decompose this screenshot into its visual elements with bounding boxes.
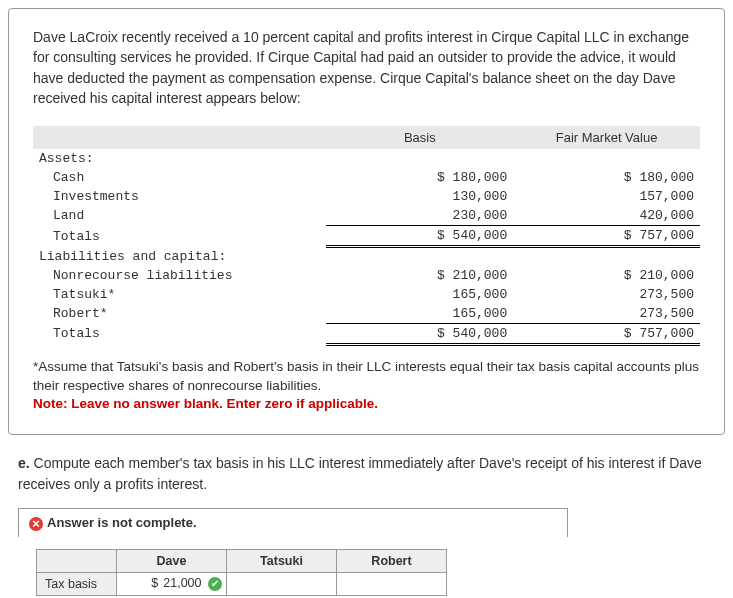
- col-robert: Robert: [337, 549, 447, 572]
- bs-row: Investments130,000157,000: [33, 187, 700, 206]
- instruction-note: Note: Leave no answer blank. Enter zero …: [33, 396, 378, 411]
- problem-text: Dave LaCroix recently received a 10 perc…: [33, 27, 700, 108]
- bs-row: Nonrecourse liabilities$ 210,000$ 210,00…: [33, 266, 700, 285]
- bs-row: Liabilities and capital:: [33, 247, 700, 266]
- cross-icon: ×: [29, 517, 43, 531]
- col-fmv: Fair Market Value: [513, 126, 700, 149]
- bs-row: Tatsuki*165,000273,500: [33, 285, 700, 304]
- table-row: Tax basis $21,000 ✔: [37, 572, 447, 595]
- answer-table: Dave Tatsuki Robert Tax basis $21,000 ✔: [36, 549, 447, 596]
- footnote: *Assume that Tatsuki's basis and Robert'…: [33, 358, 700, 415]
- problem-card: Dave LaCroix recently received a 10 perc…: [8, 8, 725, 435]
- bs-row: Cash$ 180,000$ 180,000: [33, 168, 700, 187]
- col-tatsuki: Tatsuki: [227, 549, 337, 572]
- input-tatsuki[interactable]: [227, 572, 337, 595]
- check-icon: ✔: [208, 577, 222, 591]
- bs-header-row: Basis Fair Market Value: [33, 126, 700, 149]
- bs-row-total: Totals$ 540,000$ 757,000: [33, 323, 700, 344]
- col-basis: Basis: [326, 126, 513, 149]
- bs-row: Robert*165,000273,500: [33, 304, 700, 324]
- question-e: e. Compute each member's tax basis in hi…: [18, 453, 715, 494]
- col-empty: [37, 549, 117, 572]
- bs-row: Land230,000420,000: [33, 206, 700, 226]
- balance-sheet: Basis Fair Market Value Assets: Cash$ 18…: [33, 126, 700, 346]
- input-dave[interactable]: $21,000 ✔: [117, 572, 227, 595]
- row-label-taxbasis: Tax basis: [37, 572, 117, 595]
- bs-row: Assets:: [33, 149, 700, 168]
- col-dave: Dave: [117, 549, 227, 572]
- bs-row-total: Totals$ 540,000$ 757,000: [33, 226, 700, 247]
- input-robert[interactable]: [337, 572, 447, 595]
- feedback-banner: ×Answer is not complete.: [18, 508, 568, 537]
